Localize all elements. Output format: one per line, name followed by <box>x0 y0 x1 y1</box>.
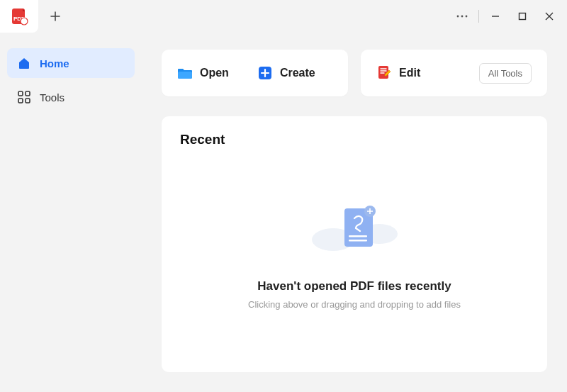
svg-rect-18 <box>349 235 367 237</box>
svg-rect-6 <box>520 13 526 20</box>
empty-subtext: Clicking above or dragging and dropping … <box>248 299 461 310</box>
empty-illustration <box>298 198 411 262</box>
svg-rect-11 <box>178 72 192 79</box>
recent-empty-state[interactable]: Haven't opened PDF files recently Clicki… <box>180 155 529 354</box>
svg-rect-10 <box>26 99 30 103</box>
new-tab-button[interactable] <box>45 6 65 26</box>
title-bar: PDF <box>0 0 567 33</box>
home-icon <box>17 56 31 70</box>
body: Home Tools <box>0 33 567 392</box>
action-card-edit-tools: Edit All Tools <box>361 50 547 96</box>
open-button[interactable]: Open <box>177 65 229 81</box>
svg-point-3 <box>457 16 459 18</box>
svg-rect-7 <box>18 91 23 96</box>
svg-rect-9 <box>18 99 23 103</box>
edit-label: Edit <box>399 67 420 79</box>
svg-point-2 <box>21 18 28 25</box>
title-bar-left: PDF <box>0 0 65 33</box>
recent-panel: Recent Haven't opened PDF files recently <box>162 116 547 372</box>
minimize-button[interactable] <box>485 6 506 27</box>
title-divider <box>478 10 479 23</box>
open-label: Open <box>200 67 229 79</box>
empty-heading: Haven't opened PDF files recently <box>257 279 451 293</box>
create-label: Create <box>280 67 315 79</box>
plus-square-icon <box>257 65 273 81</box>
recent-title: Recent <box>180 132 529 147</box>
svg-point-5 <box>466 16 468 18</box>
close-button[interactable] <box>539 6 560 27</box>
edit-button[interactable]: Edit <box>376 65 420 81</box>
sidebar-item-home[interactable]: Home <box>7 48 135 78</box>
folder-icon <box>177 65 193 81</box>
sidebar: Home Tools <box>0 33 142 392</box>
action-card-open-create: Open Create <box>162 50 348 96</box>
svg-rect-19 <box>349 240 367 241</box>
main: Open Create <box>142 33 567 392</box>
svg-point-4 <box>461 16 464 18</box>
more-icon[interactable] <box>451 6 473 27</box>
action-row: Open Create <box>162 50 547 96</box>
maximize-button[interactable] <box>512 6 533 27</box>
edit-doc-icon <box>376 65 392 81</box>
sidebar-item-label: Tools <box>40 91 64 103</box>
app-logo[interactable]: PDF <box>0 0 38 33</box>
grid-icon <box>17 90 31 104</box>
sidebar-item-label: Home <box>40 57 69 69</box>
all-tools-label: All Tools <box>488 68 522 79</box>
create-button[interactable]: Create <box>257 65 315 81</box>
sidebar-item-tools[interactable]: Tools <box>7 82 135 112</box>
svg-rect-8 <box>26 91 30 96</box>
title-bar-right <box>451 6 560 27</box>
all-tools-button[interactable]: All Tools <box>479 63 532 84</box>
